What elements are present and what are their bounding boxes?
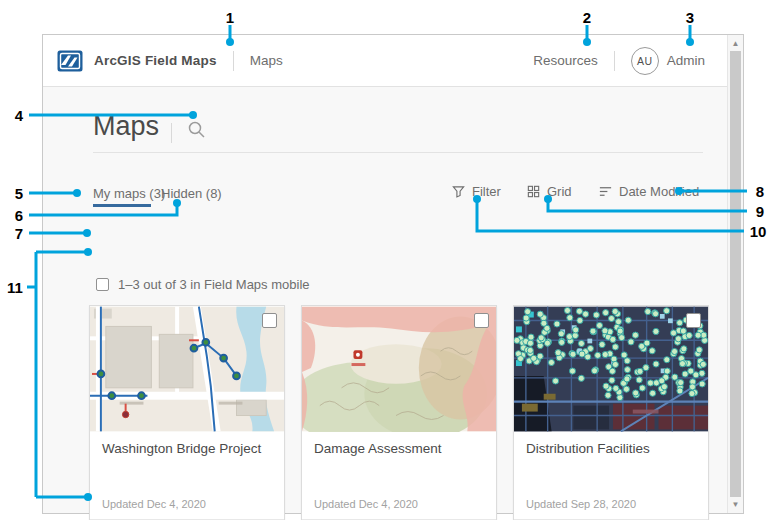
page-title: Maps [93,111,159,142]
map-card-washington-bridge: Washington Bridge Project Updated Dec 4,… [89,305,285,520]
filter-icon [451,184,466,199]
card-select-checkbox[interactable] [474,313,489,328]
header-divider-2 [614,51,615,71]
search-button[interactable] [186,119,208,141]
active-tab-underline [93,204,151,207]
sort-button[interactable]: Date Modified [598,184,699,199]
vertical-scrollbar[interactable]: ▲ ▼ [727,35,743,513]
callout-label-9: 9 [756,203,764,220]
scroll-up-icon[interactable]: ▲ [728,36,743,51]
street-map-thumbnail-image [90,306,284,432]
search-icon [186,119,208,141]
callout-label-2: 2 [583,9,591,26]
callout-label-5: 5 [15,185,23,202]
dark-map-thumbnail-image [514,306,708,432]
header-divider [233,51,234,71]
card-title: Distribution Facilities [526,441,698,456]
card-updated-date: Updated Sep 28, 2020 [526,498,636,510]
callout-label-8: 8 [756,183,764,200]
nav-item-maps[interactable]: Maps [250,53,283,68]
callout-label-4: 4 [15,107,23,124]
card-select-checkbox[interactable] [686,313,701,328]
scroll-down-icon[interactable]: ▼ [728,497,743,512]
app-title: ArcGIS Field Maps [94,53,217,68]
grid-label: Grid [547,184,572,199]
map-card-damage-assessment: Damage Assessment Updated Dec 4, 2020 [301,305,497,520]
tab-hidden[interactable]: Hidden (8) [161,186,222,201]
map-thumbnail[interactable] [90,306,284,432]
selection-count-label: 1–3 out of 3 in Field Maps mobile [118,277,310,292]
callout-label-11: 11 [7,279,23,296]
callout-label-6: 6 [15,207,23,224]
title-divider [171,123,172,143]
map-card-distribution-facilities: Distribution Facilities Updated Sep 28, … [513,305,709,520]
filter-button[interactable]: Filter [451,184,501,199]
callout-label-10: 10 [750,223,767,240]
callout-label-3: 3 [686,9,694,26]
title-rule [93,152,703,153]
sort-icon [598,184,613,199]
app-window: ArcGIS Field Maps Maps Resources AU Admi… [42,34,744,514]
card-title: Washington Bridge Project [102,441,274,456]
grid-view-button[interactable]: Grid [526,184,572,199]
content-area: Maps My maps (3) Hidden (8) Filter [43,87,727,513]
card-title: Damage Assessment [314,441,486,456]
grid-icon [526,184,541,199]
app-header: ArcGIS Field Maps Maps Resources AU Admi… [43,35,727,87]
card-select-checkbox[interactable] [262,313,277,328]
arcgis-field-maps-logo-icon [57,50,83,72]
map-thumbnail[interactable] [514,306,708,432]
map-thumbnail[interactable] [302,306,496,432]
scrollbar-thumb[interactable] [730,51,741,497]
selection-row: 1–3 out of 3 in Field Maps mobile [96,277,310,292]
card-updated-date: Updated Dec 4, 2020 [314,498,418,510]
tab-my-maps[interactable]: My maps (3) [93,186,165,201]
select-all-checkbox[interactable] [96,278,109,291]
resources-link[interactable]: Resources [533,53,598,68]
terrain-map-thumbnail-image [302,306,496,432]
card-updated-date: Updated Dec 4, 2020 [102,498,206,510]
sort-label: Date Modified [619,184,699,199]
admin-menu[interactable]: Admin [667,53,705,68]
filter-label: Filter [472,184,501,199]
callout-label-7: 7 [15,225,23,242]
callout-label-1: 1 [226,9,234,26]
avatar[interactable]: AU [631,47,659,75]
